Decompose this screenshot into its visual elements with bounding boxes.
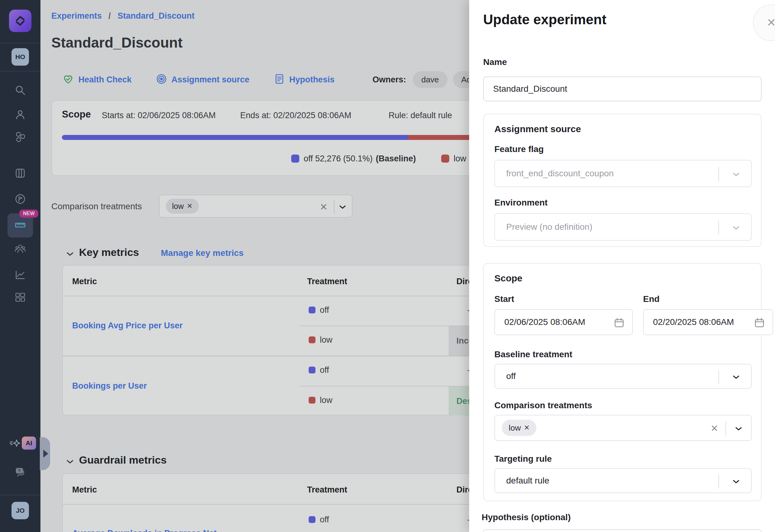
assignment-source-title: Assignment source [494, 124, 581, 134]
end-label: End [643, 294, 660, 304]
select-divider [718, 370, 719, 384]
name-input-value: Standard_Discount [493, 84, 567, 94]
name-label: Name [483, 57, 507, 67]
assignment-source-card: Assignment source Feature flag front_end… [483, 114, 762, 247]
modal-overlay[interactable] [0, 0, 469, 532]
treatment-chip-label: low [509, 423, 521, 433]
chip-remove-icon[interactable]: ✕ [524, 424, 530, 432]
treatment-chip-low[interactable]: low ✕ [502, 420, 536, 436]
chevron-down-icon[interactable] [734, 424, 743, 433]
chevron-right-icon [43, 450, 48, 458]
drawer-comparison-select[interactable]: low ✕ ✕ [494, 415, 752, 441]
start-label: Start [494, 294, 514, 304]
hypothesis-textarea[interactable] [483, 529, 762, 532]
chevron-down-icon [732, 224, 740, 232]
feature-flag-label: Feature flag [494, 144, 544, 154]
start-date-input[interactable]: 02/06/2025 08:06AM [494, 309, 633, 335]
environment-value: Preview (no definition) [506, 222, 592, 232]
select-divider [726, 421, 726, 436]
select-divider [718, 474, 719, 488]
environment-select[interactable]: Preview (no definition) [494, 213, 752, 241]
targeting-rule-label: Targeting rule [494, 454, 552, 464]
targeting-rule-value: default rule [506, 476, 550, 486]
calendar-icon[interactable] [754, 317, 765, 328]
sidebar-expand-handle[interactable] [40, 437, 50, 470]
drawer-scope-card: Scope Start End 02/06/2025 08:06AM 02/20… [483, 263, 762, 501]
name-input[interactable]: Standard_Discount [483, 76, 762, 101]
end-date-input[interactable]: 02/20/2025 08:06AM [643, 309, 773, 335]
feature-flag-value: front_end_discount_coupon [506, 169, 614, 178]
chevron-down-icon[interactable] [732, 373, 740, 382]
select-divider [718, 167, 719, 181]
baseline-treatment-select[interactable]: off [494, 364, 752, 389]
end-date-value: 02/20/2025 08:06AM [653, 317, 734, 327]
drawer-scope-title: Scope [494, 273, 522, 284]
start-date-value: 02/06/2025 08:06AM [504, 317, 585, 327]
chevron-down-icon[interactable] [732, 477, 740, 486]
drawer-comparison-label: Comparison treatments [494, 400, 592, 410]
select-divider [718, 220, 719, 235]
baseline-treatment-label: Baseline treatment [494, 349, 573, 359]
feature-flag-select[interactable]: front_end_discount_coupon [494, 160, 752, 187]
clear-icon[interactable]: ✕ [711, 423, 718, 434]
close-icon: ✕ [767, 16, 775, 29]
targeting-rule-select[interactable]: default rule [494, 468, 752, 493]
chevron-down-icon [732, 170, 740, 179]
drawer-title: Update experiment [483, 12, 606, 27]
update-experiment-drawer: ✕ Update experiment Name Standard_Discou… [469, 0, 775, 532]
hypothesis-label: Hypothesis (optional) [482, 512, 571, 522]
app-root: HO [0, 0, 775, 532]
environment-label: Environment [494, 198, 548, 208]
baseline-treatment-value: off [506, 371, 516, 381]
close-button[interactable]: ✕ [753, 4, 775, 41]
calendar-icon[interactable] [614, 317, 625, 328]
